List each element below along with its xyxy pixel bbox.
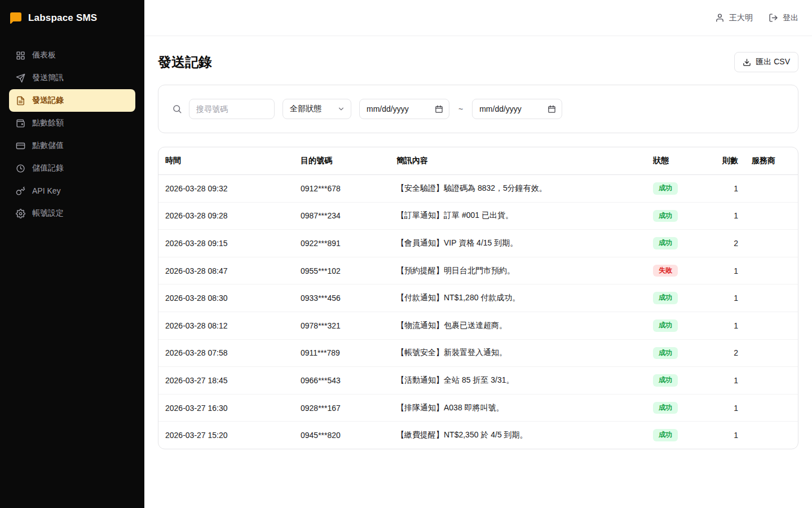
cell-number: 0912***678 [294,175,390,203]
cell-number: 0955***102 [294,257,390,284]
date-to-placeholder: mm/dd/yyyy [479,104,522,113]
cell-status: 成功 [646,284,703,312]
sidebar-item-label: 儀表板 [32,50,56,60]
cell-status: 成功 [646,230,703,257]
table-row: 2026-03-28 08:470955***102【預約提醒】明日台北門市預約… [158,257,798,284]
table-row: 2026-03-28 08:300933***456【付款通知】NT$1,280… [158,284,798,312]
status-badge: 成功 [653,237,678,249]
cell-content: 【安全驗證】驗證碼為 8832，5分鐘有效。 [390,175,646,203]
cell-provider [745,230,798,257]
cell-content: 【訂單通知】訂單 #001 已出貨。 [390,202,646,230]
cell-content: 【帳號安全】新裝置登入通知。 [390,339,646,367]
cell-time: 2026-03-28 07:58 [158,339,294,367]
search-icon [172,104,182,114]
cell-time: 2026-03-27 18:45 [158,367,294,395]
cell-time: 2026-03-28 09:32 [158,175,294,203]
column-header-4: 則數 [703,147,745,175]
app-root: Labspace SMS 儀表板發送簡訊發送記錄點數餘額點數儲值儲值記錄API … [0,0,812,508]
page-head: 發送記錄 匯出 CSV [158,52,798,72]
cell-number: 0922***891 [294,230,390,257]
cell-count: 1 [703,312,745,339]
brand-logo: Labspace SMS [0,0,144,36]
cell-status: 成功 [646,339,703,367]
cell-count: 1 [703,257,745,284]
calendar-icon [435,105,443,113]
cell-status: 成功 [646,422,703,449]
cell-count: 1 [703,367,745,395]
date-from-placeholder: mm/dd/yyyy [367,104,409,113]
sidebar-item-points-topup[interactable]: 點數儲值 [9,134,135,157]
card-icon [16,141,25,151]
cell-count: 1 [703,284,745,312]
cell-content: 【付款通知】NT$1,280 付款成功。 [390,284,646,312]
cell-time: 2026-03-27 15:20 [158,422,294,449]
cell-number: 0911***789 [294,339,390,367]
cell-content: 【活動通知】全站 85 折至 3/31。 [390,367,646,395]
sidebar-item-label: API Key [32,186,61,195]
filter-bar: 全部狀態 mm/dd/yyyy ~ mm/dd/yyyy [158,85,798,133]
key-icon [16,186,25,196]
date-range-separator: ~ [457,104,464,113]
cell-provider [745,367,798,395]
send-icon [16,73,25,83]
cell-content: 【繳費提醒】NT$2,350 於 4/5 到期。 [390,422,646,449]
cell-status: 成功 [646,202,703,230]
cell-time: 2026-03-28 09:15 [158,230,294,257]
column-header-0: 時間 [158,147,294,175]
sidebar-item-account-settings[interactable]: 帳號設定 [9,202,135,225]
brand-name: Labspace SMS [28,12,97,24]
status-badge: 失敗 [653,265,678,277]
cell-time: 2026-03-27 16:30 [158,394,294,422]
table-row: 2026-03-27 16:300928***167【排隊通知】A038 即將叫… [158,394,798,422]
cell-status: 成功 [646,367,703,395]
table-row: 2026-03-27 18:450966***543【活動通知】全站 85 折至… [158,367,798,395]
export-csv-button[interactable]: 匯出 CSV [734,52,798,72]
sidebar-item-topup-records[interactable]: 儲值記錄 [9,157,135,179]
user-icon [715,13,725,23]
status-badge: 成功 [653,374,678,387]
date-to-input[interactable]: mm/dd/yyyy [472,99,562,119]
sidebar-item-send-sms[interactable]: 發送簡訊 [9,67,135,89]
status-badge: 成功 [653,182,678,195]
cell-number: 0945***820 [294,422,390,449]
search-input[interactable] [189,99,275,119]
cell-provider [745,312,798,339]
cell-content: 【物流通知】包裹已送達超商。 [390,312,646,339]
column-header-5: 服務商 [745,147,798,175]
cell-count: 1 [703,394,745,422]
sidebar-nav: 儀表板發送簡訊發送記錄點數餘額點數儲值儲值記錄API Key帳號設定 [0,36,144,233]
sidebar-item-send-records[interactable]: 發送記錄 [9,89,135,112]
status-badge: 成功 [653,210,678,222]
cell-count: 2 [703,230,745,257]
cell-count: 1 [703,422,745,449]
cell-provider [745,422,798,449]
table-row: 2026-03-28 08:120978***321【物流通知】包裹已送達超商。… [158,312,798,339]
page-content: 發送記錄 匯出 CSV 全部狀態 mm/dd/yyyy ~ [144,36,812,508]
download-icon [743,58,751,67]
sidebar-item-label: 點數儲值 [32,141,64,151]
sidebar-item-api-key[interactable]: API Key [9,179,135,202]
sidebar-item-dashboard[interactable]: 儀表板 [9,44,135,67]
logout-button[interactable]: 登出 [769,13,798,23]
table-body: 2026-03-28 09:320912***678【安全驗證】驗證碼為 883… [158,175,798,449]
message-bubble-icon [9,11,23,25]
cell-number: 0987***234 [294,202,390,230]
status-badge: 成功 [653,347,678,360]
status-badge: 成功 [653,402,678,414]
export-csv-label: 匯出 CSV [756,57,790,67]
cell-provider [745,284,798,312]
date-from-input[interactable]: mm/dd/yyyy [359,99,449,119]
cell-status: 成功 [646,175,703,203]
sidebar-item-label: 點數餘額 [32,118,64,128]
sidebar-item-points-balance[interactable]: 點數餘額 [9,112,135,134]
user-menu[interactable]: 王大明 [715,13,753,23]
cell-content: 【排隊通知】A038 即將叫號。 [390,394,646,422]
calendar-icon [548,105,556,113]
status-select[interactable]: 全部狀態 [283,99,351,119]
sidebar-item-label: 發送記錄 [32,95,64,106]
history-icon [16,164,25,173]
table-row: 2026-03-28 09:150922***891【會員通知】VIP 資格 4… [158,230,798,257]
cell-provider [745,394,798,422]
main-area: 王大明 登出 發送記錄 匯出 CSV 全部狀態 [144,0,812,508]
status-badge: 成功 [653,319,678,332]
